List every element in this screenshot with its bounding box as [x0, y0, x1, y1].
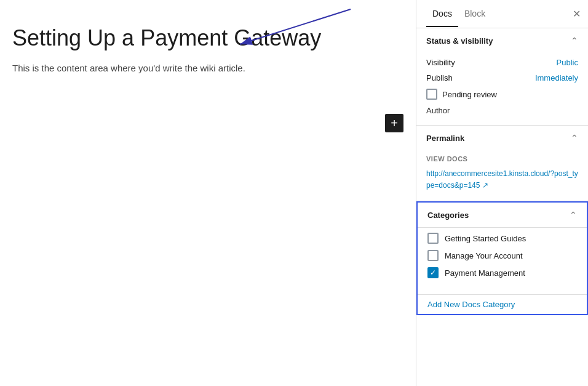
chevron-up-icon-3: ⌃ [570, 210, 577, 220]
permalink-section: Permalink ⌃ VIEW DOCS http://anecommerce… [416, 126, 588, 201]
tab-block[interactable]: Block [458, 1, 491, 27]
category-checkbox-2[interactable]: ✓ [427, 267, 439, 278]
category-checkbox-1[interactable] [427, 250, 439, 261]
visibility-value[interactable]: Public [557, 58, 578, 67]
view-docs-label: VIEW DOCS [426, 155, 578, 163]
status-visibility-body: Visibility Public Publish Immediately Pe… [416, 53, 588, 125]
tab-docs[interactable]: Docs [426, 1, 458, 27]
tabs-header: Docs Block ✕ [416, 0, 588, 28]
page-title: Setting Up a Payment Gateway [12, 25, 397, 51]
page-body: This is the content area where you'd wri… [12, 61, 397, 76]
visibility-label: Visibility [426, 58, 455, 67]
category-checkbox-0[interactable] [427, 233, 439, 244]
pending-review-checkbox[interactable] [426, 89, 437, 100]
close-sidebar-button[interactable]: ✕ [573, 9, 581, 19]
author-row: Author [426, 106, 578, 115]
main-content: Setting Up a Payment Gateway This is the… [0, 0, 416, 386]
permalink-title: Permalink [426, 134, 464, 143]
publish-label: Publish [426, 73, 453, 82]
add-category-link[interactable]: Add New Docs Category [418, 294, 587, 314]
status-visibility-section: Status & visibility ⌃ Visibility Public … [416, 28, 588, 126]
chevron-up-icon-2: ⌃ [571, 133, 578, 143]
add-block-button[interactable]: + [385, 114, 403, 132]
category-label-0: Getting Started Guides [445, 234, 526, 243]
permalink-header[interactable]: Permalink ⌃ [416, 126, 588, 150]
permalink-url[interactable]: http://anecommercesite1.kinsta.cloud/?po… [426, 169, 578, 190]
category-item: ✓ Payment Management [427, 267, 577, 278]
status-visibility-title: Status & visibility [426, 36, 493, 46]
category-item: Getting Started Guides [427, 233, 577, 244]
categories-body: Getting Started Guides Manage Your Accou… [418, 228, 587, 294]
publish-value[interactable]: Immediately [535, 73, 578, 82]
publish-row: Publish Immediately [426, 73, 578, 82]
categories-header[interactable]: Categories ⌃ [418, 203, 587, 228]
category-item: Manage Your Account [427, 250, 577, 261]
chevron-up-icon: ⌃ [571, 36, 578, 46]
category-label-2: Payment Management [445, 268, 525, 278]
categories-section: Categories ⌃ Getting Started Guides Mana… [416, 201, 588, 315]
categories-title: Categories [427, 211, 469, 220]
permalink-body: VIEW DOCS http://anecommercesite1.kinsta… [416, 150, 588, 201]
pending-review-row: Pending review [426, 89, 578, 100]
status-visibility-header[interactable]: Status & visibility ⌃ [416, 28, 588, 53]
category-label-1: Manage Your Account [445, 251, 523, 260]
sidebar: Docs Block ✕ Status & visibility ⌃ Visib… [416, 0, 588, 386]
pending-review-label: Pending review [442, 90, 497, 99]
visibility-row: Visibility Public [426, 58, 578, 67]
